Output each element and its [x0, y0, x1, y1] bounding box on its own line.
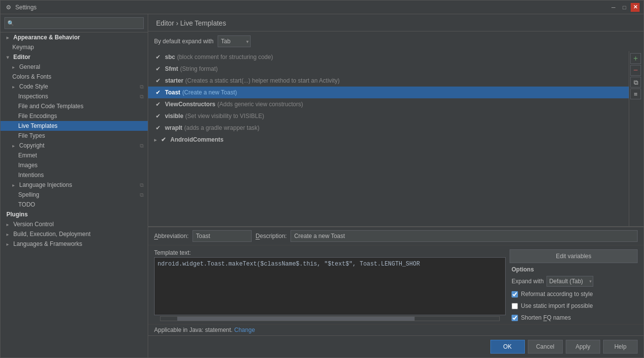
- expand-dropdown-wrapper: Tab Enter Space ▾: [218, 35, 251, 47]
- sidebar-item-label: Inspections: [18, 93, 48, 100]
- template-item-toast[interactable]: ✔ Toast (Create a new Toast): [148, 87, 629, 98]
- main-content: 🔍 ▸ Appearance & Behavior Keymap ▾ Edito…: [0, 14, 644, 358]
- title-bar: ⚙ Settings ─ □ ✕: [0, 0, 644, 14]
- checkbox-wrapit[interactable]: ✔: [154, 124, 162, 132]
- template-item-viewconstructors[interactable]: ✔ ViewConstructors (Adds generic view co…: [148, 98, 629, 110]
- group-item-android-comments[interactable]: ▸ ✔ AndroidComments: [148, 134, 629, 146]
- options-panel: Edit variables Options Expand with Defau…: [510, 247, 638, 322]
- sidebar-item-intentions[interactable]: Intentions: [0, 170, 148, 180]
- checkbox-toast[interactable]: ✔: [154, 89, 162, 96]
- checkbox-sbc[interactable]: ✔: [154, 53, 162, 61]
- sidebar-item-label: Keymap: [12, 44, 34, 51]
- sidebar-item-label: Code Style: [19, 83, 48, 90]
- templates-list: ✔ sbc (block comment for structuring cod…: [148, 51, 629, 226]
- expand-arrow: ▾: [6, 55, 11, 60]
- details-area: Abbreviation: Description: Template text…: [148, 226, 644, 335]
- sidebar-item-label: Languages & Frameworks: [13, 240, 82, 247]
- expand-with-select2[interactable]: Default (Tab) Tab Enter Space: [547, 276, 593, 287]
- remove-template-button[interactable]: −: [630, 65, 641, 76]
- sidebar-item-copyright[interactable]: ▸ Copyright ⧉: [0, 141, 148, 150]
- settings-window: ⚙ Settings ─ □ ✕ 🔍 ▸ Appearance & Behavi…: [0, 0, 644, 358]
- sidebar-item-general[interactable]: ▸ General: [0, 62, 148, 72]
- checkbox-visible[interactable]: ✔: [154, 112, 162, 120]
- sidebar-item-inspections[interactable]: Inspections ⧉: [0, 91, 148, 101]
- sidebar-item-file-encodings[interactable]: File Encodings: [0, 111, 148, 121]
- checkbox-sfmt[interactable]: ✔: [154, 65, 162, 73]
- sidebar-item-appearance[interactable]: ▸ Appearance & Behavior: [0, 32, 148, 42]
- apply-button[interactable]: Apply: [566, 340, 600, 354]
- sidebar-item-file-types[interactable]: File Types: [0, 131, 148, 141]
- template-item-visible[interactable]: ✔ visible (Set view visibility to VISIBL…: [148, 110, 629, 122]
- copy-icon: ⧉: [140, 93, 144, 100]
- shorten-fq-checkbox[interactable]: [512, 315, 518, 321]
- settings-window-icon: ⚙: [4, 3, 12, 11]
- template-code-area[interactable]: ndroid.widget.Toast.makeText($className$…: [154, 257, 506, 315]
- search-input[interactable]: [4, 17, 144, 29]
- group-name: AndroidComments: [170, 136, 224, 143]
- checkbox-viewconstructors[interactable]: ✔: [154, 100, 162, 108]
- template-name: Toast: [165, 89, 180, 96]
- template-item-sbc[interactable]: ✔ sbc (block comment for structuring cod…: [148, 51, 629, 63]
- sidebar-item-languages-frameworks[interactable]: ▸ Languages & Frameworks: [0, 239, 148, 249]
- add-template-button[interactable]: +: [630, 53, 641, 64]
- window-title: Settings: [15, 4, 36, 11]
- sidebar-item-plugins[interactable]: Plugins: [0, 209, 148, 219]
- sidebar-item-label: Spelling: [18, 191, 39, 198]
- sidebar-item-images[interactable]: Images: [0, 160, 148, 170]
- sidebar-item-live-templates[interactable]: Live Templates: [0, 121, 148, 131]
- dialog-buttons: OK Cancel Apply Help: [148, 335, 644, 358]
- shorten-fq-row: Shorten FQ names: [510, 313, 638, 322]
- template-item-wrapit[interactable]: ✔ wrapIt (adds a gradle wrapper task): [148, 122, 629, 134]
- static-import-checkbox[interactable]: [512, 303, 518, 309]
- checkbox-group[interactable]: ✔: [160, 136, 167, 144]
- sidebar-item-todo[interactable]: TODO: [0, 200, 148, 209]
- expand-arrow: ▸: [12, 143, 17, 149]
- edit-variables-button[interactable]: Edit variables: [510, 249, 638, 263]
- sidebar-item-label: Images: [18, 162, 37, 169]
- template-name: wrapIt: [165, 124, 182, 131]
- search-icon: 🔍: [7, 20, 14, 27]
- sidebar-item-spelling[interactable]: Spelling ⧉: [0, 190, 148, 200]
- reformat-checkbox[interactable]: [512, 291, 518, 298]
- template-desc: (Creates a static start(...) helper meth…: [185, 77, 339, 84]
- sidebar-item-label: Intentions: [18, 172, 44, 179]
- description-input[interactable]: [290, 230, 638, 242]
- sidebar-item-code-style[interactable]: ▸ Code Style ⧉: [0, 82, 148, 91]
- cancel-button[interactable]: Cancel: [528, 340, 563, 354]
- template-desc: (Set view visibility to VISIBLE): [185, 113, 264, 119]
- template-text-label: Template text:: [154, 247, 506, 256]
- sidebar-item-label: Emmet: [18, 152, 37, 159]
- checkbox-starter[interactable]: ✔: [154, 77, 162, 85]
- template-desc: (adds a gradle wrapper task): [184, 124, 259, 131]
- sidebar-item-file-code-templates[interactable]: File and Code Templates: [0, 101, 148, 111]
- template-item-sfmt[interactable]: ✔ Sfmt (String format): [148, 63, 629, 75]
- copy-icon: ⧉: [140, 84, 144, 90]
- maximize-button[interactable]: □: [620, 3, 629, 12]
- template-name: ViewConstructors: [165, 101, 215, 108]
- template-text-column: Template text: ndroid.widget.Toast.makeT…: [154, 247, 506, 322]
- template-desc: (block comment for structuring code): [177, 54, 273, 60]
- change-link[interactable]: Change: [234, 327, 255, 333]
- sidebar-item-version-control[interactable]: ▸ Version Control: [0, 219, 148, 229]
- expand-arrow: ▸: [6, 241, 11, 247]
- sidebar-item-colors-fonts[interactable]: Colors & Fonts: [0, 72, 148, 82]
- copy-template-button[interactable]: ⧉: [630, 77, 641, 88]
- sidebar-item-label: Copyright: [19, 142, 44, 149]
- minimize-button[interactable]: ─: [609, 3, 618, 12]
- template-item-starter[interactable]: ✔ starter (Creates a static start(...) h…: [148, 75, 629, 87]
- template-name: visible: [165, 113, 183, 119]
- expand-arrow: ▸: [12, 64, 17, 70]
- group-expand-arrow: ▸: [154, 137, 157, 143]
- sidebar-item-language-injections[interactable]: ▸ Language Injections ⧉: [0, 180, 148, 190]
- sidebar-item-editor[interactable]: ▾ Editor: [0, 52, 148, 62]
- move-template-button[interactable]: ≡: [630, 89, 641, 99]
- abbreviation-input[interactable]: [193, 230, 252, 242]
- close-button[interactable]: ✕: [631, 3, 640, 12]
- help-button[interactable]: Help: [603, 340, 638, 354]
- sidebar-item-emmet[interactable]: Emmet: [0, 150, 148, 160]
- sidebar-item-keymap[interactable]: Keymap: [0, 42, 148, 52]
- expand-with-select[interactable]: Tab Enter Space: [218, 35, 251, 47]
- ok-button[interactable]: OK: [490, 340, 525, 354]
- horizontal-scrollbar[interactable]: [160, 316, 500, 321]
- sidebar-item-build-execution[interactable]: ▸ Build, Execution, Deployment: [0, 229, 148, 239]
